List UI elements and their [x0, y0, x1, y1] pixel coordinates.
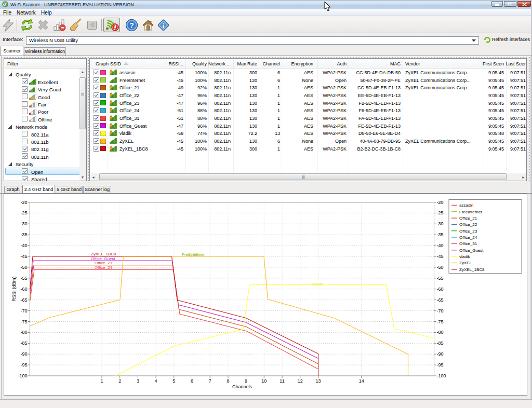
- svg-text:-65: -65: [437, 297, 444, 302]
- svg-text:1: 1: [100, 378, 103, 384]
- svg-text:-45: -45: [20, 254, 27, 259]
- svg-text:-70: -70: [437, 308, 444, 313]
- svg-text:-90: -90: [437, 351, 444, 357]
- svg-text:FreeInternet: FreeInternet: [182, 252, 205, 257]
- svg-text:-55: -55: [437, 275, 444, 280]
- svg-text:9: 9: [245, 378, 247, 384]
- svg-text:i: i: [163, 22, 165, 30]
- svg-text:11: 11: [280, 378, 284, 384]
- svg-text:-85: -85: [437, 341, 444, 346]
- svg-text:Office_23: Office_23: [459, 228, 477, 233]
- svg-text:ZyXEL: ZyXEL: [459, 261, 472, 265]
- svg-text:-100: -100: [18, 373, 27, 378]
- svg-text:13: 13: [315, 378, 321, 384]
- svg-text:-75: -75: [437, 319, 444, 324]
- svg-text:-45: -45: [437, 254, 444, 259]
- svg-text:-50: -50: [437, 264, 444, 269]
- svg-text:-60: -60: [20, 286, 27, 291]
- svg-text:-35: -35: [20, 232, 27, 237]
- svg-text:-100: -100: [437, 373, 446, 378]
- svg-text:-25: -25: [437, 210, 444, 215]
- svg-text:RSSI (dBm): RSSI (dBm): [11, 276, 17, 301]
- svg-text:12: 12: [298, 378, 303, 384]
- svg-text:vladik: vladik: [459, 254, 470, 259]
- svg-text:-30: -30: [20, 221, 27, 226]
- svg-text:Office_Guest: Office_Guest: [459, 248, 484, 252]
- svg-text:2: 2: [118, 378, 121, 384]
- svg-text:Office_24: Office_24: [95, 265, 113, 269]
- svg-text:?: ?: [129, 21, 134, 30]
- svg-text:vladik: vladik: [312, 281, 323, 286]
- svg-text:-20: -20: [437, 199, 444, 205]
- svg-text:-55: -55: [20, 275, 27, 280]
- svg-text:-85: -85: [20, 341, 27, 346]
- svg-text:Office_21: Office_21: [459, 215, 477, 220]
- svg-text:-90: -90: [20, 351, 27, 357]
- svg-text:Channels: Channels: [232, 384, 252, 389]
- svg-text:-65: -65: [20, 297, 27, 302]
- svg-text:-70: -70: [20, 308, 27, 313]
- svg-text:-25: -25: [20, 210, 27, 215]
- svg-text:assasin: assasin: [459, 203, 473, 208]
- svg-text:-80: -80: [20, 330, 27, 335]
- svg-text:10: 10: [261, 378, 267, 384]
- svg-text:-50: -50: [20, 264, 27, 269]
- svg-text:8: 8: [227, 378, 229, 384]
- svg-text:-95: -95: [20, 362, 27, 368]
- svg-text:ZyXEL_1BC8: ZyXEL_1BC8: [459, 267, 485, 271]
- svg-text:14: 14: [359, 378, 364, 384]
- svg-text:-75: -75: [20, 319, 27, 324]
- svg-text:Office_31: Office_31: [459, 241, 477, 246]
- svg-text:-40: -40: [20, 243, 27, 248]
- svg-text:-30: -30: [437, 221, 444, 226]
- svg-text:-35: -35: [437, 232, 444, 237]
- svg-text:6: 6: [191, 378, 193, 384]
- svg-text:3: 3: [137, 378, 139, 384]
- svg-text:7: 7: [209, 378, 211, 384]
- svg-text:-60: -60: [437, 286, 444, 291]
- svg-text:Office_22: Office_22: [459, 222, 477, 227]
- svg-text:FreeInternet: FreeInternet: [459, 209, 482, 214]
- svg-text:-95: -95: [437, 362, 444, 368]
- svg-text:-80: -80: [437, 330, 444, 335]
- svg-text:-40: -40: [437, 243, 444, 248]
- svg-text:5: 5: [172, 378, 175, 384]
- svg-text:4: 4: [155, 378, 157, 384]
- svg-text:-20: -20: [20, 199, 27, 205]
- svg-text:Office_24: Office_24: [459, 235, 477, 239]
